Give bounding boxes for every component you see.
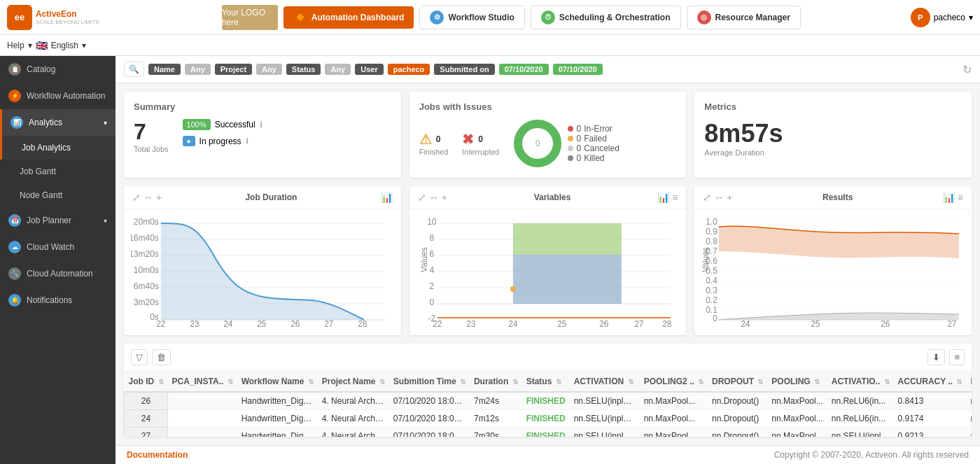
help-link[interactable]: Help [7, 41, 24, 50]
filter-name-tag[interactable]: Name [148, 64, 181, 75]
chart-expand-icon[interactable]: ↔ [142, 192, 155, 203]
failed-dot [568, 136, 573, 141]
metrics-card: Metrics 8m57s Average Duration [694, 92, 972, 178]
sidebar-item-job-analytics[interactable]: Job Analytics [0, 136, 115, 160]
sidebar-item-cloud-watch[interactable]: ☁ Cloud Watch [0, 234, 115, 260]
sidebar-workflow-label: Workflow Automation [27, 91, 106, 101]
automation-dashboard-button[interactable]: 🔶 Automation Dashboard [284, 6, 414, 29]
var-add-icon[interactable]: + [440, 192, 449, 203]
res-add-icon[interactable]: + [725, 192, 734, 203]
logo-text: ActiveEon SCALE BEYOND LIMITS [36, 9, 99, 25]
filter-date-to[interactable]: 07/10/2020 [553, 64, 603, 75]
sidebar-item-node-gantt[interactable]: Node Gantt [0, 183, 115, 207]
res-bar-icon[interactable]: 📊 [941, 192, 956, 203]
results-header: ⤢ ↔ + Results 📊 ≡ [694, 186, 972, 209]
sidebar-item-job-gantt[interactable]: Job Gantt [0, 160, 115, 183]
col-project[interactable]: Project Name ⇅ [318, 372, 389, 392]
table-cell: 7m24s [470, 392, 522, 410]
job-planner-expand-icon: ▾ [104, 217, 107, 225]
sidebar-item-catalog[interactable]: 📋 Catalog [0, 56, 115, 83]
col-duration[interactable]: Duration ⇅ [470, 372, 522, 392]
table-row[interactable]: 24Handwritten_Digit_Cl...4. Neural Archi… [125, 410, 972, 428]
table-cell: 27 [125, 428, 168, 437]
var-expand-icon[interactable]: ↔ [428, 192, 440, 203]
summary-title: Summary [134, 101, 391, 112]
chart-resize-icon[interactable]: ⤢ [131, 192, 142, 203]
res-resize-icon[interactable]: ⤢ [701, 192, 713, 203]
main-content: 🔍 Name Any Project Any Status Any User p… [115, 56, 980, 464]
summary-cards: Summary 7 Total Jobs 100% Successful ℹ [115, 83, 980, 186]
workflow-automation-icon: ⚡ [8, 90, 21, 102]
chart-bar-icon[interactable]: 📊 [379, 192, 394, 203]
filter-button[interactable]: ▽ [131, 349, 148, 365]
filter-status-tag[interactable]: Status [286, 64, 321, 75]
col-normaliz[interactable]: NORMALIZ.. ⇅ [966, 372, 972, 392]
filter-project-any[interactable]: Any [256, 64, 282, 75]
error-icon: ✖ [462, 131, 474, 148]
col-dropout[interactable]: DROPOUT ⇅ [708, 372, 767, 392]
delete-button[interactable]: 🗑 [152, 349, 171, 365]
filter-project-tag[interactable]: Project [215, 64, 252, 75]
sidebar-item-workflow-automation[interactable]: ⚡ Workflow Automation [0, 83, 115, 109]
var-bar-icon[interactable]: 📊 [656, 192, 671, 203]
table-row[interactable]: 27Handwritten_Digit_Cl...4. Neural Archi… [125, 428, 972, 437]
documentation-link[interactable]: Documentation [127, 450, 188, 460]
filter-user-tag[interactable]: User [355, 64, 383, 75]
sidebar-item-cloud-automation[interactable]: 🔧 Cloud Automation [0, 260, 115, 287]
refresh-button[interactable]: ↻ [962, 63, 972, 76]
sidebar-item-notifications[interactable]: 🔔 Notifications [0, 287, 115, 314]
help-dropdown-icon[interactable]: ▾ [28, 41, 32, 50]
filter-status-any[interactable]: Any [325, 64, 351, 75]
search-button[interactable]: 🔍 [124, 62, 144, 77]
total-jobs-count: 7 [134, 119, 169, 145]
col-job-id[interactable]: Job ID ⇅ [125, 372, 168, 392]
legend-killed: 0 Killed [568, 153, 619, 163]
job-planner-icon: 📅 [8, 214, 21, 227]
svg-text:24: 24 [741, 319, 751, 328]
jobs-table: Job ID ⇅ PCA_INSTA.. ⇅ Workflow Name ⇅ P… [124, 372, 972, 437]
summary-right: 100% Successful ℹ ● In progress ℹ [183, 119, 262, 146]
legend-failed: 0 Failed [568, 134, 619, 143]
filter-user-value[interactable]: pacheco [388, 64, 430, 75]
table-cell: 0.8413 [894, 392, 967, 410]
col-pooling2[interactable]: POOLING2 .. ⇅ [640, 372, 708, 392]
issues-title: Jobs with Issues [419, 101, 677, 112]
col-accuracy[interactable]: ACCURACY .. ⇅ [894, 372, 967, 392]
table-cell: 24 [125, 410, 168, 428]
workflow-studio-button[interactable]: ⚙ Workflow Studio [419, 6, 524, 29]
lang-dropdown-icon[interactable]: ▾ [82, 41, 86, 50]
avg-duration-label: Average Duration [704, 148, 962, 157]
var-list-icon[interactable]: ≡ [671, 192, 679, 203]
chart-add-icon[interactable]: + [155, 192, 163, 203]
var-resize-icon[interactable]: ⤢ [416, 192, 428, 203]
table-cell: nn.SELU(inplace... [570, 392, 640, 410]
table-row[interactable]: 26Handwritten_Digit_Cl...4. Neural Archi… [125, 392, 972, 410]
col-submitted[interactable]: Submition Time ⇅ [389, 372, 470, 392]
killed-value: 0 [576, 153, 581, 163]
col-activation[interactable]: ACTIVATION ⇅ [570, 372, 640, 392]
filter-date-from[interactable]: 07/10/2020 [499, 64, 549, 75]
col-pca[interactable]: PCA_INSTA.. ⇅ [168, 372, 237, 392]
resource-manager-button[interactable]: ◎ Resource Manager [687, 6, 801, 29]
svg-rect-38 [513, 223, 622, 255]
user-dropdown-icon[interactable]: ▾ [969, 13, 973, 22]
res-list-icon[interactable]: ≡ [956, 192, 965, 203]
logo-area: ee ActiveEon SCALE BEYOND LIMITS [7, 5, 119, 30]
progress-badge: ● [183, 136, 195, 146]
filter-submitted-tag[interactable]: Submitted on [434, 64, 494, 75]
col-workflow[interactable]: Workflow Name ⇅ [237, 372, 318, 392]
columns-button[interactable]: ≡ [949, 349, 965, 365]
language-label[interactable]: English [51, 41, 78, 50]
col-activatio[interactable]: ACTIVATIO.. ⇅ [827, 372, 894, 392]
sidebar-item-job-planner[interactable]: 📅 Job Planner ▾ [0, 207, 115, 234]
filter-name-any[interactable]: Any [185, 64, 211, 75]
main-layout: 📋 Catalog ⚡ Workflow Automation 📊 Analyt… [0, 56, 980, 464]
col-pooling[interactable]: POOLING ⇅ [767, 372, 827, 392]
table-cell: 07/10/2020 18:09:43 [389, 392, 470, 410]
export-button[interactable]: ⬇ [927, 349, 945, 365]
res-expand-icon[interactable]: ↔ [713, 192, 725, 203]
col-status[interactable]: Status ⇅ [522, 372, 570, 392]
svg-text:27: 27 [948, 319, 958, 328]
sidebar-item-analytics[interactable]: 📊 Analytics ▾ [0, 109, 115, 136]
scheduling-orchestration-button[interactable]: ⏱ Scheduling & Orchestration [531, 6, 681, 29]
